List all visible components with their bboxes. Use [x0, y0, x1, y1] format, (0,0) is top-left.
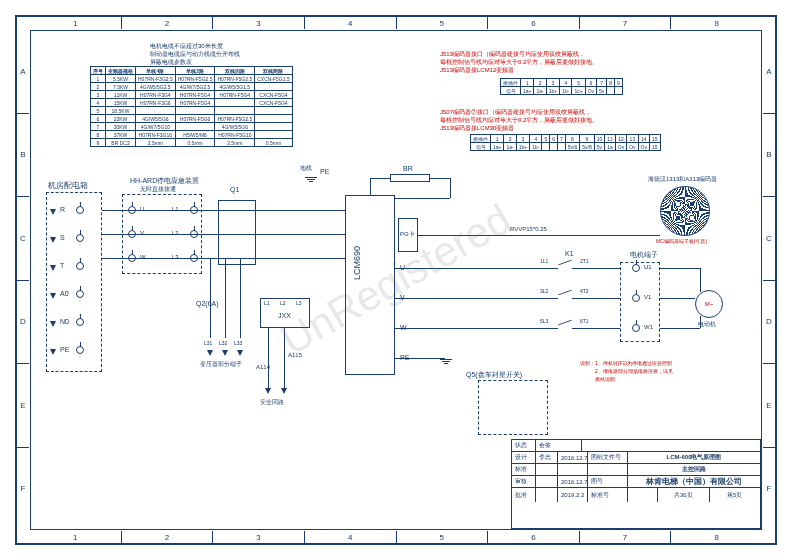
arrow-icon	[281, 388, 287, 394]
label-encoder-sub: MC编码器端子板(可选)	[656, 238, 707, 244]
title-block: 状态会签 设计李志2016.12.7图纸文件号LCM-600电气原理图 标准主控…	[511, 439, 761, 529]
motor-symbol: M~	[695, 290, 723, 318]
br-resistor	[390, 174, 430, 182]
wire-w	[395, 328, 540, 329]
wire-v	[395, 298, 540, 299]
label-transformer: 变压器部分端子	[200, 360, 242, 369]
wire-pe	[395, 358, 445, 359]
note-red3: J513编码器接LCM12变频器	[440, 66, 514, 75]
terminal-PE	[76, 346, 84, 354]
tb-approve-date: 2019.2.2	[558, 488, 588, 502]
tb-pages: 共36页	[658, 488, 710, 502]
arrow-icon	[50, 293, 56, 299]
wire	[450, 178, 451, 198]
motor-terminal-box	[620, 262, 660, 342]
encoder-wire	[418, 235, 660, 236]
motor-note1: 说明：1、停机铃(F1)为停电通过应急照明	[580, 360, 672, 366]
label-jxx-l3: L3	[296, 300, 302, 306]
tb-std-label: 标准	[512, 464, 536, 475]
wire	[660, 268, 700, 269]
arrow-icon	[50, 321, 56, 327]
wire	[430, 178, 450, 179]
arrow-icon	[265, 388, 271, 394]
tb-design-label: 设计	[512, 452, 536, 463]
wire	[225, 258, 226, 338]
wire-u	[395, 268, 540, 269]
terminal-A0	[76, 290, 84, 298]
note-red6: J513编码器接LCM30变频器	[440, 124, 514, 133]
wire-s	[102, 234, 345, 235]
terminal-N0	[76, 318, 84, 326]
ruler-bottom: 12345678	[30, 531, 762, 543]
arrow-icon	[50, 209, 56, 215]
label-rvvp: RVVP15*0.25	[510, 226, 547, 232]
label-ard-sub: 无时直接接通	[140, 185, 176, 194]
arrow-icon	[50, 237, 56, 243]
wire-t	[102, 258, 345, 259]
terminal-R	[76, 206, 84, 214]
pe-ground-icon	[440, 358, 452, 364]
motor-note3: 接线说明	[595, 376, 615, 382]
ruler-right: ABCDEF	[763, 30, 775, 530]
wire	[660, 328, 700, 329]
ruler-left: ABCDEF	[17, 30, 29, 530]
tb-num-label: 图号	[588, 476, 628, 487]
arrow-icon	[237, 350, 243, 356]
label-machine-room: 机房配电箱	[48, 180, 88, 191]
label-k1: K1	[565, 250, 574, 257]
motor-term-U1	[632, 264, 640, 272]
label-br: BR	[403, 165, 413, 172]
label-a115: A115	[288, 352, 302, 358]
label-jxx-l1: L1	[264, 300, 270, 306]
wire	[284, 328, 285, 388]
arrow-icon	[207, 350, 213, 356]
motor-term-V1	[632, 294, 640, 302]
wire	[660, 298, 695, 299]
terminal-T	[76, 262, 84, 270]
label-q1: Q1	[230, 186, 239, 193]
tb-company: 林肯电梯（中国）有限公司	[628, 476, 760, 487]
tb-status: 会签	[536, 440, 582, 451]
tb-date: 2016.12.7	[558, 452, 588, 463]
ruler-top: 12345678	[30, 17, 762, 29]
label-safety: 安全回路	[260, 398, 284, 407]
motor-note2: 2、继电器部分现场电路连接，详见	[595, 368, 673, 374]
tb-check-date: 2016.12.7	[558, 476, 588, 487]
wire	[395, 198, 450, 199]
connector-table1: 接插件123456789信号1a+1a-1b+1b-1c+Ov5v	[500, 78, 623, 95]
wire	[700, 316, 701, 328]
label-a114: A114	[256, 364, 270, 370]
label-pe-sym: PE	[320, 168, 329, 175]
wire	[240, 258, 241, 338]
tb-engnum-label: 图纸文件号	[588, 452, 628, 463]
tb-title2: 主控回路	[628, 464, 760, 475]
wire-r	[102, 210, 345, 211]
connector-table2: 接插件123456789101112131415信号1a+1a-1b+1b-5v…	[470, 134, 661, 151]
lcm-box	[345, 195, 395, 375]
tb-status-label: 状态	[512, 440, 536, 451]
tb-ver-label: 标准号	[588, 488, 628, 502]
arrow-icon	[50, 349, 56, 355]
label-q2: Q2(6A)	[196, 300, 219, 307]
q5-box	[478, 380, 548, 435]
label-motor-terminal: 电机端子	[630, 250, 658, 260]
label-pg: PG卡	[400, 230, 415, 239]
pe-ground-icon	[305, 176, 317, 182]
motor-term-W1	[632, 324, 640, 332]
tb-check-label: 审核	[512, 476, 536, 487]
label-q5: Q5(盘车封星开关)	[466, 370, 522, 380]
wire	[370, 178, 390, 179]
label-jxx-l2: L2	[280, 300, 286, 306]
wire	[268, 328, 269, 388]
tb-approve-label: 批准	[512, 488, 536, 502]
l31: L31	[204, 340, 212, 346]
arrow-icon	[50, 265, 56, 271]
wire	[700, 268, 701, 292]
label-encoder: 海德汉1313和A313编码器	[648, 175, 717, 184]
machine-room-box	[46, 192, 102, 372]
tb-title1: LCM-600电气原理图	[628, 452, 760, 463]
wire	[370, 178, 371, 195]
l33: L33	[234, 340, 242, 346]
label-lcm: LCM690	[352, 246, 362, 280]
label-pe-top: 地线	[300, 164, 312, 173]
